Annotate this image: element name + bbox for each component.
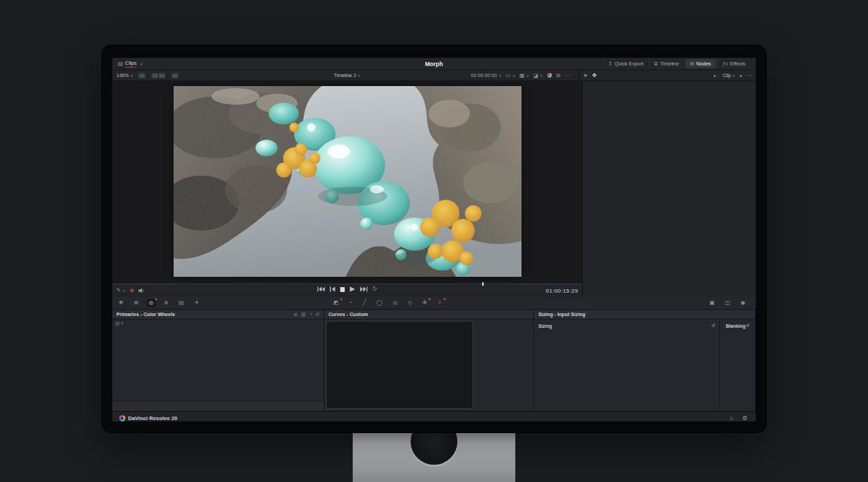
overlay-timecode-dropdown[interactable]: 00:00:00:00∨ (471, 73, 502, 78)
page-taskbar: DaVinci Resolve 20 ⌂ ⚙ (112, 411, 756, 421)
palette-icons-mid: ◩◔╱◯◎◇❉✧ (331, 299, 444, 307)
monitor-bezel: ▤ Clips ∨ Morph ↥Quick Export≣Timeline⊞N… (102, 45, 766, 432)
app-identity: DaVinci Resolve 20 (112, 415, 177, 421)
node-nav-dots[interactable]: ● · (714, 74, 719, 78)
tracker-icon[interactable]: ◎ (391, 299, 400, 307)
stop-button[interactable] (340, 287, 345, 292)
grade-preview-icon[interactable] (547, 73, 552, 78)
clips-label: Clips (125, 60, 137, 67)
timeline-selector[interactable]: Timeline 2∨ (334, 73, 360, 78)
transport-controls: ↻ (318, 286, 378, 292)
primaries-header-icon-1[interactable]: ▥ (301, 312, 306, 317)
viewer-mode-group-1[interactable] (137, 72, 146, 78)
top-button-quick-export[interactable]: ↥Quick Export (603, 59, 648, 68)
primaries-adjustments: ◎✧ (112, 319, 324, 328)
sizing-group-label: Sizing (538, 324, 552, 328)
clip-selector[interactable]: Clip∨ (723, 73, 735, 78)
wipe-icon[interactable]: ◪∨ (533, 73, 543, 78)
goto-end-button[interactable] (360, 286, 368, 292)
key-icon[interactable]: ✧ (435, 299, 444, 307)
stills-icon[interactable]: ▦∨ (519, 73, 529, 78)
viewer-mode-group-3[interactable] (170, 72, 179, 78)
blanking-reset-icon[interactable]: ↺ (745, 323, 750, 328)
palette-icons-right: ▣◫◉ (707, 299, 747, 307)
sizing-panel: Sizing - Input Sizing Sizing ↺ Blanking (534, 310, 756, 411)
top-actions: ↥Quick Export≣Timeline⊞NodesƒxEffects (603, 59, 750, 68)
picker-icon[interactable]: ✧ (120, 321, 125, 326)
nodes-icon: ⊞ (690, 61, 694, 67)
top-button-effects[interactable]: ƒxEffects (717, 59, 750, 68)
cursor-tool-icon[interactable]: ➤ (583, 73, 588, 78)
step-back-button[interactable] (330, 286, 335, 292)
color-warper-icon[interactable]: ◔ (347, 299, 355, 307)
curves-icon[interactable]: ◩ (331, 299, 341, 307)
button-label: Quick Export (614, 61, 643, 67)
clips-tab[interactable]: ▤ Clips ∨ (118, 60, 143, 67)
lightbox-icon[interactable]: ▣ (707, 299, 717, 307)
palette-panels: Primaries - Color Wheels ⊘▥◔↺ ◎✧ Curves … (112, 310, 756, 411)
split-screen-icon[interactable]: ◫ (723, 299, 732, 307)
blur-icon[interactable]: ❉ (420, 299, 429, 307)
more-icon[interactable]: ⋯ (565, 73, 570, 78)
primaries-panel: Primaries - Color Wheels ⊘▥◔↺ ◎✧ (112, 310, 324, 411)
timeline-icon: ≣ (654, 61, 658, 67)
viewer-toolbar-right: 00:00:00:00∨ ▭∨ ▦∨ ◪∨ ⊞ ⋯ (471, 73, 574, 78)
top-bar: ▤ Clips ∨ Morph ↥Quick Export≣Timeline⊞N… (112, 58, 756, 70)
node-more-icon[interactable]: ⋯ (746, 73, 752, 78)
lut-browser-icon[interactable]: ⊠ (132, 299, 141, 307)
node-dot: ● (739, 74, 742, 78)
app-name: DaVinci Resolve 20 (128, 415, 177, 421)
rgb-mixer-icon[interactable]: ▤ (177, 299, 187, 307)
primaries-header-icon-3[interactable]: ↺ (316, 312, 320, 317)
curve-graph[interactable] (326, 321, 473, 409)
app-window: ▤ Clips ∨ Morph ↥Quick Export≣Timeline⊞N… (112, 58, 756, 421)
play-button[interactable] (350, 286, 355, 292)
curves-title: Curves - Custom (329, 311, 369, 317)
goto-start-button[interactable] (318, 286, 325, 292)
expand-icon[interactable]: ⊞ (556, 73, 561, 78)
qualifier-icon[interactable]: ╱ (360, 299, 368, 307)
current-timecode: 01:00:15:29 (546, 288, 578, 294)
hdr-grade-icon[interactable]: ⊕ (162, 299, 171, 307)
viewer[interactable] (112, 81, 582, 282)
palette-icons-left: ❖⊠◎⊕▤✦ (116, 299, 201, 307)
viewer-mode-group-2[interactable] (150, 72, 166, 78)
node-graph[interactable] (582, 81, 756, 297)
quick-export-icon: ↥ (608, 61, 612, 67)
top-button-timeline[interactable]: ≣Timeline (648, 59, 684, 68)
sizing-reset-icon[interactable]: ↺ (712, 323, 716, 328)
sizing-title: Sizing - Input Sizing (538, 311, 585, 317)
chevron-down-icon: ∨ (140, 61, 143, 66)
volume-icon[interactable] (138, 288, 145, 293)
aspect-icon[interactable]: ▭∨ (506, 73, 515, 78)
project-title: Morph (425, 61, 443, 67)
info-icon[interactable]: ◉ (738, 299, 747, 307)
primaries-footer (112, 401, 324, 411)
auto-balance-icon[interactable]: ◎ (115, 321, 120, 326)
magic-mask-icon[interactable]: ◇ (406, 299, 414, 307)
settings-icon[interactable]: ⚙ (742, 415, 747, 421)
primaries-header-icon-0[interactable]: ⊘ (293, 312, 298, 317)
desk-background: ▤ Clips ∨ Morph ↥Quick Export≣Timeline⊞N… (0, 0, 868, 482)
flag-icon[interactable]: ◉ (130, 288, 134, 293)
primaries-header-icon-2[interactable]: ◔ (309, 312, 312, 317)
viewer-toolbar-left: 145%∨ Timeline 2∨ 00:00:00:00∨ ▭∨ ▦∨ ◪∨ … (112, 70, 579, 81)
annotation-tool-icon[interactable]: ✎∨ (116, 288, 125, 293)
effects-icon: ƒx (723, 61, 728, 67)
timeline-scrubber[interactable] (112, 283, 582, 285)
blanking-label: Blanking (725, 324, 745, 328)
node-toolbar: ➤ ✥ ● · Clip∨ ● ⋯ (579, 70, 756, 81)
top-button-nodes[interactable]: ⊞Nodes (685, 59, 716, 68)
playhead[interactable] (482, 282, 484, 286)
loop-icon[interactable]: ↻ (373, 286, 378, 292)
power-window-icon[interactable]: ◯ (374, 299, 384, 307)
gallery-icon[interactable]: ❖ (116, 299, 125, 307)
color-wheels-icon[interactable]: ◎ (147, 299, 156, 307)
motion-effects-icon[interactable]: ✦ (192, 299, 201, 307)
home-icon[interactable]: ⌂ (730, 415, 733, 421)
button-label: Nodes (696, 61, 711, 67)
pan-tool-icon[interactable]: ✥ (592, 73, 597, 78)
main-area: ✎∨ ◉ (112, 81, 756, 297)
zoom-level-dropdown[interactable]: 145%∨ (116, 73, 133, 78)
resolve-logo-icon (119, 415, 125, 421)
